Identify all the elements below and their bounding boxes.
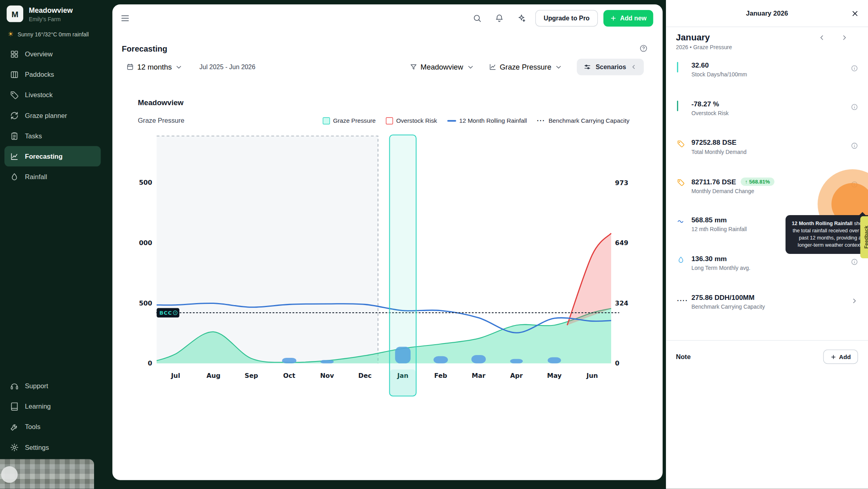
next-month-button[interactable] — [840, 34, 848, 41]
farm-selector[interactable]: Meadowview — [409, 63, 474, 71]
stat-total-monthly-demand: 97252.88 DSE Total Monthly Demand — [666, 133, 868, 172]
info-button[interactable] — [851, 181, 858, 188]
scenarios-label: Scenarios — [595, 64, 626, 70]
right-axis-tick: 324 — [615, 299, 628, 307]
farm-logo: M — [7, 6, 23, 22]
scenarios-button[interactable]: Scenarios — [577, 59, 643, 75]
sun-icon: ☀ — [8, 31, 14, 38]
notifications-button[interactable] — [491, 10, 507, 26]
legend-label: Overstock Risk — [396, 117, 437, 124]
legend-graze-pressure[interactable]: Graze Pressure — [323, 117, 376, 124]
sidebar: M Meadowview Emily's Farm ☀ Sunny 16°/32… — [0, 0, 105, 489]
sidebar-item-paddocks[interactable]: Paddocks — [4, 64, 101, 84]
forecast-chart[interactable]: BCC50000050009736493240JulAugSepOctNovDe… — [136, 130, 634, 401]
stat-label: 12 mth Rolling Rainfall — [692, 226, 747, 232]
sidebar-item-label: Graze planner — [25, 112, 67, 119]
rain-blob — [282, 358, 297, 363]
chart-title: Meadowview — [138, 98, 183, 107]
info-button[interactable] — [851, 142, 858, 150]
feedback-tab[interactable]: Feedback — [860, 216, 868, 258]
panel-title: January 2026 — [746, 10, 788, 17]
legend-rolling-rainfall[interactable]: 12 Month Rolling Rainfall — [447, 117, 527, 124]
month-label: Sep — [245, 372, 258, 379]
month-label: Jun — [586, 372, 598, 379]
rolling-rainfall-tooltip: 12 Month Rolling Rainfall shows the tota… — [786, 215, 868, 253]
info-icon — [851, 142, 858, 150]
month-label: Dec — [358, 372, 371, 379]
add-note-button[interactable]: Add — [823, 349, 858, 364]
rain-blob — [471, 355, 486, 363]
area-swatch-icon — [323, 117, 330, 124]
rain-blob — [548, 357, 561, 363]
sidebar-item-tasks[interactable]: Tasks — [4, 126, 101, 146]
arrow-up-icon: ↑ — [745, 179, 748, 185]
chevron-down-icon — [555, 63, 562, 71]
sidebar-item-overview[interactable]: Overview — [4, 44, 101, 64]
info-button[interactable] — [851, 258, 858, 265]
ai-assistant-button[interactable] — [513, 10, 529, 26]
help-button[interactable] — [639, 44, 648, 53]
highlighted-month-band — [389, 135, 416, 396]
upgrade-to-pro-button[interactable]: Upgrade to Pro — [535, 10, 598, 26]
sidebar-item-forecasting[interactable]: Forecasting — [4, 146, 101, 166]
stat-label: Long Term Monthly avg. — [692, 265, 750, 271]
month-title: January — [676, 33, 710, 43]
wrench-icon — [10, 422, 19, 431]
main-content: Upgrade to Pro Add new Forecasting 12 mo… — [112, 4, 663, 480]
month-label: Oct — [283, 372, 295, 379]
user-account-blurred[interactable] — [0, 459, 94, 489]
sidebar-item-tools[interactable]: Tools — [4, 417, 101, 437]
chart-line-icon — [489, 63, 496, 71]
info-button[interactable] — [851, 104, 858, 111]
sidebar-item-learning[interactable]: Learning — [4, 396, 101, 416]
filter-bar: 12 months Jul 2025 - Jun 2026 Meadowview… — [126, 59, 643, 75]
info-icon — [851, 181, 858, 188]
month-label: Feb — [434, 372, 447, 379]
chevron-down-icon — [175, 63, 182, 71]
calendar-icon — [126, 63, 134, 71]
sparkles-icon — [517, 14, 526, 23]
metric-selector[interactable]: Graze Pressure — [489, 63, 562, 71]
dotted-swatch-icon: ··· — [537, 120, 545, 121]
sidebar-item-settings[interactable]: Settings — [4, 437, 101, 457]
funnel-icon — [409, 63, 417, 71]
line-swatch-icon — [447, 120, 456, 121]
rotate-icon — [10, 111, 19, 120]
hamburger-menu-button[interactable] — [117, 10, 133, 26]
legend-overstock-risk[interactable]: Overstock Risk — [386, 117, 437, 124]
stat-monthly-demand-change: 82711.76 DSE ↑568.81% Monthly Demand Cha… — [666, 172, 868, 211]
info-button[interactable] — [851, 65, 858, 72]
change-badge: ↑568.81% — [740, 178, 774, 186]
stat-benchmark-capacity[interactable]: ···· 275.86 DDH/100MM Benchmark Carrying… — [666, 288, 868, 327]
bcc-badge: BCC — [156, 308, 179, 317]
month-label: Mar — [472, 372, 486, 379]
tag-icon — [677, 140, 685, 148]
close-panel-button[interactable] — [847, 6, 862, 21]
chevron-right-icon — [840, 34, 848, 41]
stat-value: 275.86 DDH/100MM — [692, 294, 765, 301]
sidebar-item-rainfall[interactable]: Rainfall — [4, 166, 101, 187]
stat-value: 82711.76 DSE — [692, 178, 736, 186]
stats-list: 32.60 Stock Days/ha/100mm -78.27 % Overs… — [666, 56, 868, 327]
legend-benchmark-capacity[interactable]: ···Benchmark Carrying Capacity — [537, 117, 629, 124]
farm-name: Meadowview — [29, 6, 73, 14]
previous-month-button[interactable] — [818, 34, 826, 41]
chart-legend: Graze Pressure Overstock Risk 12 Month R… — [323, 117, 629, 124]
book-icon — [10, 402, 19, 411]
gear-icon — [10, 443, 19, 451]
sidebar-item-graze-planner[interactable]: Graze planner — [4, 105, 101, 126]
add-new-button[interactable]: Add new — [603, 10, 653, 26]
date-range-selector[interactable]: 12 months — [126, 63, 182, 71]
expand-button[interactable] — [850, 297, 858, 305]
sidebar-item-support[interactable]: Support — [4, 375, 101, 396]
forecasting-app: M Meadowview Emily's Farm ☀ Sunny 16°/32… — [0, 0, 868, 489]
sidebar-item-livestock[interactable]: Livestock — [4, 85, 101, 105]
farm-logo-letter: M — [12, 9, 18, 19]
search-button[interactable] — [469, 10, 485, 26]
stat-long-term-avg: 136.30 mm Long Term Monthly avg. — [666, 249, 868, 288]
menu-icon — [120, 13, 130, 23]
sidebar-item-label: Settings — [25, 443, 49, 451]
page-title: Forecasting — [122, 44, 167, 53]
farm-brand[interactable]: M Meadowview Emily's Farm — [7, 6, 73, 22]
stat-overstock-risk: -78.27 % Overstock Risk — [666, 95, 868, 134]
